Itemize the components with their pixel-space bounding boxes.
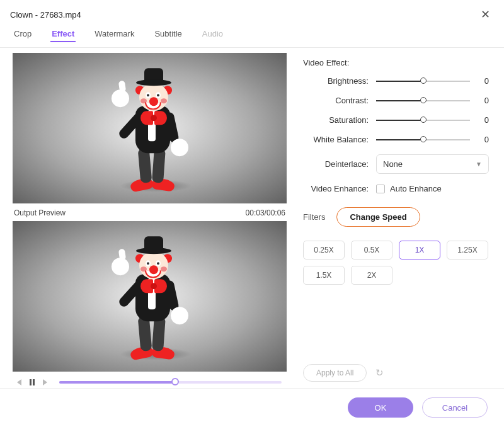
svg-rect-0 (30, 379, 32, 385)
contrast-value: 0 (478, 96, 489, 105)
saturation-slider[interactable] (376, 120, 470, 121)
subtab-change-speed[interactable]: Change Speed (336, 207, 420, 227)
reset-icon[interactable]: ↻ (375, 367, 384, 379)
window-title: Clown - 27683.mp4 (10, 10, 81, 20)
speed-1-25x[interactable]: 1.25X (447, 241, 488, 259)
enhance-label: Video Enhance: (303, 184, 369, 193)
svg-rect-1 (33, 379, 35, 385)
speed-0-25x[interactable]: 0.25X (303, 241, 345, 259)
next-frame-icon[interactable] (42, 378, 50, 387)
original-preview (13, 53, 287, 203)
tab-watermark[interactable]: Watermark (93, 26, 135, 42)
brightness-slider[interactable] (376, 81, 470, 82)
clown-figure (103, 60, 197, 199)
speed-1-5x[interactable]: 1.5X (303, 266, 345, 285)
speed-0-5x[interactable]: 0.5X (351, 241, 392, 259)
contrast-label: Contrast: (303, 96, 369, 105)
cancel-button[interactable]: Cancel (422, 397, 488, 418)
tab-bar: Crop Effect Watermark Subtitle Audio (0, 26, 504, 47)
video-effect-heading: Video Effect: (303, 58, 489, 67)
whitebalance-slider[interactable] (376, 139, 470, 140)
tab-crop[interactable]: Crop (13, 26, 33, 42)
prev-frame-icon[interactable] (14, 378, 23, 387)
whitebalance-value: 0 (478, 135, 489, 144)
chevron-down-icon: ▼ (476, 161, 482, 168)
seek-slider[interactable] (59, 381, 282, 384)
ok-button[interactable]: OK (348, 397, 413, 418)
whitebalance-label: White Balance: (303, 135, 369, 144)
speed-2x[interactable]: 2X (351, 266, 392, 285)
contrast-slider[interactable] (376, 100, 470, 101)
brightness-label: Brightness: (303, 76, 369, 86)
tab-audio: Audio (201, 26, 224, 42)
tab-subtitle[interactable]: Subtitle (153, 26, 183, 42)
output-preview (13, 221, 287, 372)
clown-figure (103, 229, 197, 367)
auto-enhance-label: Auto Enhance (390, 184, 442, 193)
tab-effect[interactable]: Effect (50, 26, 76, 42)
close-icon[interactable]: ✕ (477, 6, 494, 23)
saturation-value: 0 (478, 115, 489, 125)
speed-options: 0.25X 0.5X 1X 1.25X 1.5X 2X (303, 241, 489, 285)
deinterlace-value: None (383, 159, 403, 169)
brightness-value: 0 (478, 76, 489, 86)
auto-enhance-checkbox[interactable] (376, 185, 385, 193)
deinterlace-select[interactable]: None ▼ (376, 154, 489, 174)
subtab-filters[interactable]: Filters (303, 212, 325, 222)
apply-to-all-button[interactable]: Apply to All (303, 364, 367, 382)
time-display: 00:03/00:06 (246, 208, 285, 217)
saturation-label: Saturation: (303, 115, 369, 125)
pause-icon[interactable] (28, 378, 37, 387)
deinterlace-label: Deinterlace: (303, 159, 369, 169)
output-preview-label: Output Preview (14, 208, 66, 217)
speed-1x[interactable]: 1X (399, 241, 440, 259)
